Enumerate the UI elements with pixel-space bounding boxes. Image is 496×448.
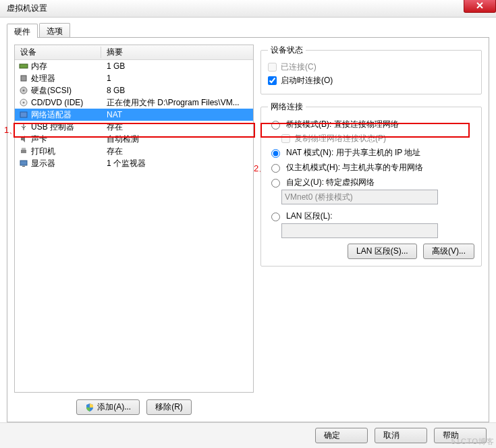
device-summary: 正在使用文件 D:\Program Files\VM... [101,97,253,109]
device-summary: 8 GB [101,86,253,95]
device-row[interactable]: 内存1 GB [15,60,253,72]
device-status-group: 设备状态 已连接(C) 启动时连接(O) [260,45,482,94]
svg-rect-6 [20,112,27,117]
ok-button[interactable]: 确定 [315,428,368,443]
device-name: 声卡 [31,134,47,145]
dialog-buttons: 确定 取消 帮助 [0,422,496,448]
radio-custom[interactable]: 自定义(U): 特定虚拟网络 [268,175,474,190]
lan-select [281,223,438,238]
cd-icon [19,98,28,107]
network-legend: 网络连接 [268,101,306,113]
custom-select: VMnet0 (桥接模式) [281,190,438,204]
connected-input [268,63,277,72]
close-button[interactable] [464,0,496,13]
svg-rect-0 [20,64,28,68]
window-title: 虚拟机设置 [7,3,47,14]
device-summary: 存在 [101,121,253,133]
device-summary: 自动检测 [101,134,253,145]
connect-on-power-input[interactable] [268,76,277,85]
svg-rect-9 [20,161,27,165]
svg-rect-10 [22,166,25,167]
tab-hardware[interactable]: 硬件 [7,24,38,38]
svg-rect-1 [21,76,26,81]
svg-rect-8 [22,148,26,150]
radio-lan[interactable]: LAN 区段(L): [268,208,474,223]
radio-bridged[interactable]: 桥接模式(B): 直接连接物理网络 [268,117,474,132]
shield-icon [85,403,94,412]
device-row[interactable]: 网络适配器NAT [15,109,253,121]
nic-icon [19,110,28,119]
disk-icon [19,86,28,95]
svg-point-3 [23,90,25,92]
header-summary[interactable]: 摘要 [101,47,253,58]
cpu-icon [19,74,28,83]
device-status-legend: 设备状态 [268,45,306,56]
device-summary: 1 个监视器 [101,158,253,169]
printer-icon [19,146,28,156]
replicate-checkbox: 复制物理网络连接状态(P) [281,132,474,145]
device-row[interactable]: 打印机存在 [15,145,253,157]
tab-options[interactable]: 选项 [39,23,70,37]
device-name: USB 控制器 [31,121,74,133]
sound-icon [19,134,28,144]
remove-button[interactable]: 移除(R) [146,399,192,415]
device-row[interactable]: 处理器1 [15,72,253,84]
device-name: 网络适配器 [31,109,72,121]
device-row[interactable]: 显示器1 个监视器 [15,157,253,169]
svg-point-5 [23,102,25,104]
close-icon [476,1,484,9]
radio-hostonly[interactable]: 仅主机模式(H): 与主机共享的专用网络 [268,160,474,175]
device-row[interactable]: CD/DVD (IDE)正在使用文件 D:\Program Files\VM..… [15,96,253,109]
lan-segments-button[interactable]: LAN 区段(S)... [348,244,417,259]
advanced-button[interactable]: 高级(V)... [423,244,474,259]
device-list[interactable]: 设备 摘要 内存1 GB处理器1硬盘(SCSI)8 GBCD/DVD (IDE)… [14,45,254,393]
radio-nat[interactable]: NAT 模式(N): 用于共享主机的 IP 地址 [268,145,474,160]
connect-on-power-checkbox[interactable]: 启动时连接(O) [268,74,474,87]
device-row[interactable]: USB 控制器存在 [15,121,253,133]
device-name: 打印机 [31,146,55,157]
device-name: CD/DVD (IDE) [31,98,83,107]
titlebar: 虚拟机设置 [0,0,496,18]
annotation-1: 1、 [4,124,18,136]
device-name: 内存 [31,61,47,72]
svg-rect-7 [21,150,26,153]
display-icon [19,159,28,168]
device-summary: NAT [101,110,253,119]
cancel-button[interactable]: 取消 [375,428,427,443]
list-header: 设备 摘要 [15,45,253,60]
header-device[interactable]: 设备 [15,47,101,58]
network-group: 网络连接 桥接模式(B): 直接连接物理网络 复制物理网络连接状态(P) NAT… [260,101,482,267]
device-summary: 存在 [101,146,253,157]
device-name: 处理器 [31,73,55,84]
watermark: 51CTO博客 [451,437,495,447]
tab-bar: 硬件 选项 [7,23,489,38]
connected-checkbox[interactable]: 已连接(C) [268,60,474,74]
device-summary: 1 [101,74,253,83]
device-name: 硬盘(SCSI) [31,85,72,96]
device-row[interactable]: 硬盘(SCSI)8 GB [15,84,253,96]
device-row[interactable]: 声卡自动检测 [15,133,253,145]
usb-icon [19,122,28,132]
memory-icon [19,61,28,71]
device-summary: 1 GB [101,61,253,71]
device-name: 显示器 [31,158,55,169]
add-button[interactable]: 添加(A)... [76,399,140,415]
